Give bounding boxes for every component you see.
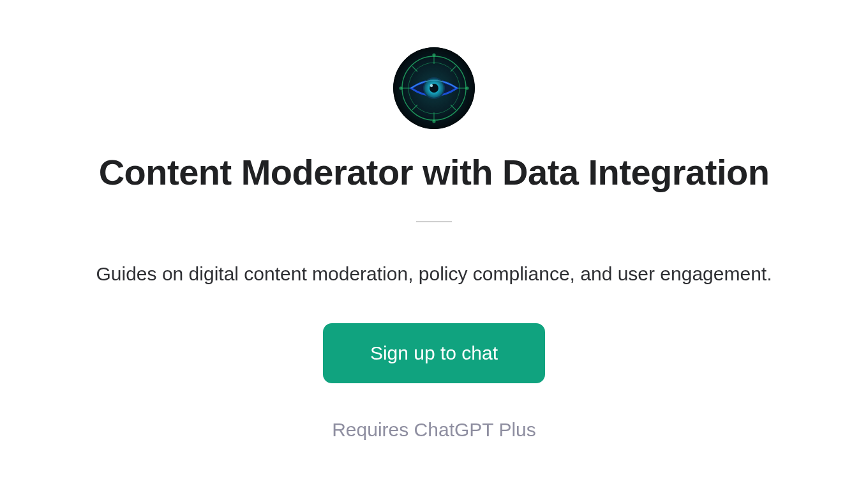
svg-point-14 <box>466 87 468 89</box>
svg-point-13 <box>400 87 402 89</box>
svg-point-11 <box>433 54 435 56</box>
requirement-text: Requires ChatGPT Plus <box>332 419 536 441</box>
gpt-avatar <box>393 47 475 129</box>
page-title: Content Moderator with Data Integration <box>99 152 770 193</box>
svg-point-12 <box>433 120 435 123</box>
page-subtitle: Guides on digital content moderation, po… <box>96 261 772 287</box>
title-divider <box>416 221 452 222</box>
eye-circuit-icon <box>393 47 475 129</box>
signup-button[interactable]: Sign up to chat <box>323 323 545 383</box>
svg-point-18 <box>430 84 433 87</box>
